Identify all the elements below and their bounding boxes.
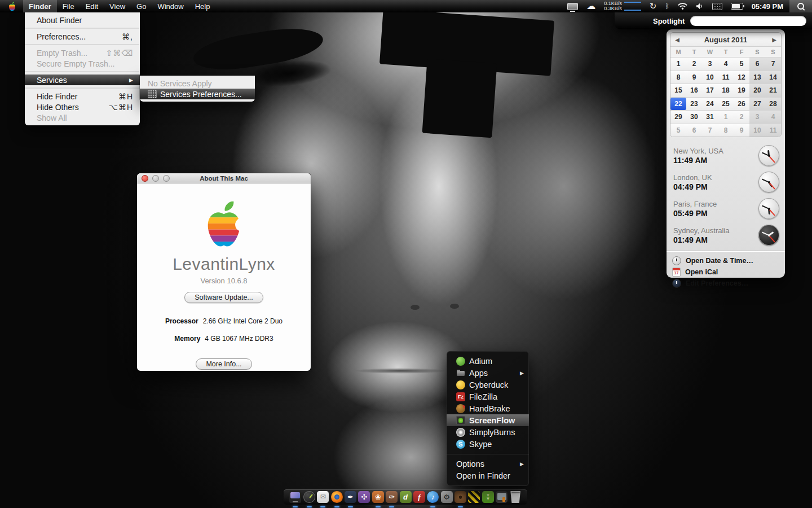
calendar-day[interactable]: 8: [718, 124, 734, 137]
calendar-day[interactable]: 28: [765, 98, 781, 111]
finder-menu-item-preferences[interactable]: Preferences...⌘,: [25, 31, 140, 42]
more-info-button[interactable]: More Info...: [196, 358, 251, 370]
finder-menu-item-about-finder[interactable]: About Finder: [25, 15, 140, 25]
widget-link-date-time[interactable]: Open Date & Time…: [672, 255, 785, 266]
dock-item-bird-app[interactable]: ✑: [386, 491, 398, 503]
calendar-day[interactable]: 10: [749, 124, 765, 137]
menu-help[interactable]: Help: [189, 0, 216, 12]
dock-item-trash[interactable]: [510, 491, 522, 503]
dock-item-mail[interactable]: ✉: [317, 491, 329, 503]
battery-menu-extra[interactable]: [729, 0, 745, 12]
calendar-day[interactable]: 5: [734, 58, 749, 71]
calendar-day[interactable]: 19: [734, 84, 749, 97]
widget-link-preferences[interactable]: Edit Preferences…: [672, 278, 785, 289]
software-update-button[interactable]: Software Update...: [184, 292, 263, 303]
calendar-day[interactable]: 30: [686, 111, 702, 124]
wifi-menu-extra[interactable]: [676, 0, 690, 12]
stack-item-cyberduck[interactable]: Cyberduck: [447, 379, 529, 391]
dock-item-itunes[interactable]: ♪: [427, 491, 439, 503]
menu-view[interactable]: View: [104, 0, 131, 12]
window-title-bar[interactable]: About This Mac: [137, 173, 311, 183]
calendar-next-button[interactable]: ▶: [767, 37, 781, 43]
menu-edit[interactable]: Edit: [80, 0, 104, 12]
calendar-day[interactable]: 6: [686, 124, 702, 137]
dock-item-firefox[interactable]: [331, 491, 343, 503]
calendar-day[interactable]: 4: [718, 58, 734, 71]
calendar-day[interactable]: 24: [702, 98, 718, 111]
stack-item-open-in-finder[interactable]: Open in Finder: [447, 470, 529, 481]
calendar-day[interactable]: 14: [765, 71, 781, 84]
calendar-day[interactable]: 6: [749, 58, 765, 71]
calendar-day[interactable]: 1: [670, 58, 686, 71]
apple-menu[interactable]: [0, 0, 23, 12]
network-monitor[interactable]: 0.1KB/s 0.3KB/s: [602, 0, 643, 12]
cloud-menu-extra[interactable]: ☁: [584, 0, 598, 12]
spotlight-menu-button[interactable]: [789, 0, 812, 12]
calendar-day[interactable]: 17: [702, 84, 718, 97]
stack-item-filezilla[interactable]: FzFileZilla: [447, 391, 529, 402]
dock-item-flash-app[interactable]: f: [413, 491, 425, 503]
finder-menu-item-hide-finder[interactable]: Hide Finder⌘H: [25, 91, 140, 102]
calendar-day[interactable]: 15: [670, 84, 686, 97]
calendar-day[interactable]: 1: [718, 111, 734, 124]
calendar-day[interactable]: 13: [749, 71, 765, 84]
calendar-day[interactable]: 25: [718, 98, 734, 111]
bluetooth-menu-extra[interactable]: ᛒ: [663, 0, 671, 12]
calendar-day[interactable]: 29: [670, 111, 686, 124]
dock-item-chevron-stack[interactable]: ▼▼: [482, 491, 494, 503]
calendar-day[interactable]: 2: [686, 58, 702, 71]
services-menu-item-services-preferences[interactable]: Services Preferences...: [140, 89, 255, 99]
calendar-day[interactable]: 8: [670, 71, 686, 84]
calendar-day[interactable]: 11: [765, 124, 781, 137]
dock-item-butterfly-app[interactable]: ✣: [358, 491, 370, 503]
calendar-day[interactable]: 2: [734, 111, 749, 124]
widget-link-ical[interactable]: 17Open iCal: [672, 266, 785, 278]
calendar-day[interactable]: 3: [749, 111, 765, 124]
calendar-day[interactable]: 5: [670, 124, 686, 137]
dock-item-hazard-stack[interactable]: [468, 491, 480, 503]
calendar-prev-button[interactable]: ◀: [670, 37, 684, 43]
stack-item-simplyburns[interactable]: SimplyBurns: [447, 426, 529, 438]
menu-window[interactable]: Window: [152, 0, 189, 12]
dock-item-finder-display[interactable]: [289, 491, 301, 503]
dock-item-green-d-app[interactable]: d: [400, 491, 412, 503]
dock-item-system-preferences[interactable]: ⚙: [441, 491, 453, 503]
calendar-day[interactable]: 9: [686, 71, 702, 84]
dock-item-dashboard-gauge[interactable]: [303, 491, 315, 503]
calendar-day[interactable]: 3: [702, 58, 718, 71]
menu-go[interactable]: Go: [131, 0, 152, 12]
calendar-day[interactable]: 31: [702, 111, 718, 124]
calendar-day[interactable]: 23: [686, 98, 702, 111]
calendar-day[interactable]: 26: [734, 98, 749, 111]
calendar-day[interactable]: 7: [702, 124, 718, 137]
stack-item-adium[interactable]: Adium: [447, 355, 529, 367]
dock-item-feather-app[interactable]: ✒: [345, 491, 356, 503]
calendar-day[interactable]: 7: [765, 58, 781, 71]
menu-finder[interactable]: Finder: [23, 0, 57, 12]
spotlight-input[interactable]: [690, 16, 806, 26]
stack-item-options[interactable]: Options▶: [447, 458, 529, 470]
display-menu-extra[interactable]: [565, 0, 580, 12]
calendar-day[interactable]: 16: [686, 84, 702, 97]
menu-file[interactable]: File: [57, 0, 80, 12]
calendar-day[interactable]: 10: [702, 71, 718, 84]
stack-item-skype[interactable]: SSkype: [447, 438, 529, 450]
calendar-day[interactable]: 18: [718, 84, 734, 97]
calendar-day[interactable]: 20: [749, 84, 765, 97]
calendar-day[interactable]: 21: [765, 84, 781, 97]
dock-item-flower-app[interactable]: ❀: [372, 491, 384, 503]
sync-menu-extra[interactable]: ↻: [647, 0, 659, 12]
calendar-day[interactable]: 12: [734, 71, 749, 84]
calendar-day-selected[interactable]: 22: [670, 98, 686, 111]
stack-item-screenflow[interactable]: ScreenFlow: [447, 414, 529, 426]
menu-bar-clock[interactable]: 05:49 PM: [749, 2, 785, 11]
dock-item-pictures-stack[interactable]: [496, 491, 508, 503]
stack-item-handbrake[interactable]: HandBrake: [447, 402, 529, 414]
finder-menu-item-services[interactable]: Services▶: [25, 75, 140, 85]
calendar-day[interactable]: 11: [718, 71, 734, 84]
volume-menu-extra[interactable]: [694, 0, 706, 12]
keyboard-menu-extra[interactable]: [710, 0, 725, 12]
calendar-day[interactable]: 9: [734, 124, 749, 137]
finder-menu-item-hide-others[interactable]: Hide Others⌥⌘H: [25, 102, 140, 112]
stack-item-apps[interactable]: Apps▶: [447, 367, 529, 379]
